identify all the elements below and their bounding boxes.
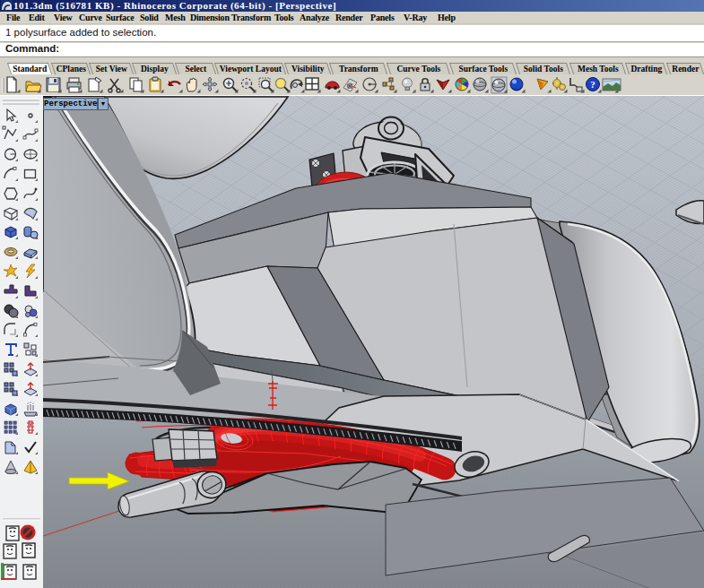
svg-text:?: ? <box>590 79 595 90</box>
